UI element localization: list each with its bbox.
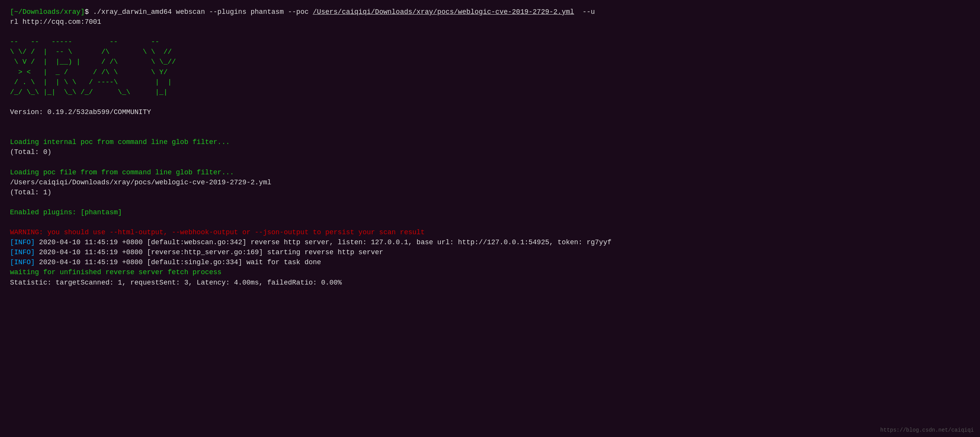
- info1-line: [INFO] 2020-04-10 11:45:19 +0800 [defaul…: [10, 237, 970, 247]
- version-line: Version: 0.19.2/532ab599/COMMUNITY: [10, 107, 970, 117]
- total-0-line: (Total: 0): [10, 147, 970, 157]
- info3-prefix: [INFO]: [10, 258, 35, 266]
- ascii-art-5: / . \ | | \ \ / ----\ | |: [10, 77, 970, 87]
- info2-content: 2020-04-10 11:45:19 +0800: [35, 248, 147, 256]
- info1-content: 2020-04-10 11:45:19 +0800: [35, 238, 147, 246]
- ascii-art-6: /_/ \_\ |_| \_\ /_/ \_\ |_|: [10, 87, 970, 97]
- total-1-line: (Total: 1): [10, 187, 970, 197]
- ascii-art-1: -- -- ----- -- --: [10, 37, 970, 47]
- statistic-line: Statistic: targetScanned: 1, requestSent…: [10, 278, 970, 288]
- info2-prefix: [INFO]: [10, 248, 35, 256]
- command-line-2: rl http://cqq.com:7001: [10, 17, 970, 27]
- info2-line: [INFO] 2020-04-10 11:45:19 +0800 [revers…: [10, 247, 970, 257]
- info3-line: [INFO] 2020-04-10 11:45:19 +0800 [defaul…: [10, 257, 970, 267]
- blank-line-4: [10, 127, 970, 137]
- blank-line-1: [10, 27, 970, 37]
- ascii-art-3: \ V / | |__) | / /\ \ \_//: [10, 57, 970, 67]
- prompt-symbol: $: [84, 8, 89, 16]
- command-suffix: --u: [574, 8, 595, 16]
- info1-msg: [default:webscan.go:342] reverse http se…: [147, 238, 611, 246]
- prompt: [~/Downloads/xray]: [10, 8, 84, 16]
- info1-prefix: [INFO]: [10, 238, 35, 246]
- command-text: ./xray_darwin_amd64 webscan --plugins ph…: [89, 8, 313, 16]
- enabled-plugins-line: Enabled plugins: [phantasm]: [10, 207, 970, 217]
- blank-line-2: [10, 97, 970, 107]
- blank-line-3: [10, 117, 970, 127]
- info3-content: 2020-04-10 11:45:19 +0800: [35, 258, 147, 266]
- ascii-art-4: > < | _ / / /\ \ \ Y/: [10, 67, 970, 77]
- info2-msg: [reverse:http_server.go:169] starting re…: [147, 248, 383, 256]
- blank-line-6: [10, 197, 970, 207]
- ascii-art-2: \ \/ / | -- \ /\ \ \ //: [10, 47, 970, 57]
- blank-line-7: [10, 217, 970, 227]
- watermark: https://blog.csdn.net/caiqiqi: [880, 426, 974, 434]
- command-line: [~/Downloads/xray]$ ./xray_darwin_amd64 …: [10, 7, 970, 17]
- warning-line: WARNING: you should use --html-output, -…: [10, 227, 970, 237]
- loading-internal-line: Loading internal poc from command line g…: [10, 137, 970, 147]
- poc-file-line: /Users/caiqiqi/Downloads/xray/pocs/weblo…: [10, 177, 970, 187]
- waiting-line: waiting for unfinished reverse server fe…: [10, 267, 970, 277]
- terminal-window: [~/Downloads/xray]$ ./xray_darwin_amd64 …: [6, 4, 974, 437]
- poc-path: /Users/caiqiqi/Downloads/xray/pocs/weblo…: [313, 8, 574, 16]
- info3-msg: [default:single.go:334] wait for task do…: [147, 258, 321, 266]
- rl-line: rl http://cqq.com:7001: [10, 18, 101, 26]
- blank-line-5: [10, 157, 970, 167]
- loading-poc-line: Loading poc file from from command line …: [10, 167, 970, 177]
